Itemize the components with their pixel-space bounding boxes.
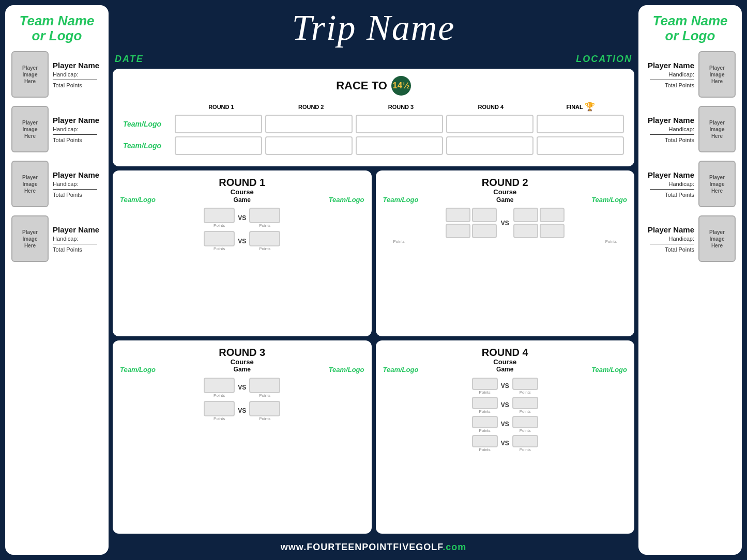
- r1m2-left-points: Points: [214, 246, 225, 251]
- date-location-row: DATE LOCATION: [113, 54, 634, 65]
- left-player-handicap-3: Handicap:: [53, 181, 102, 187]
- r2-left-cell-3[interactable]: [446, 224, 470, 238]
- race-cell-1-3[interactable]: [356, 115, 443, 133]
- race-cell-1-4[interactable]: [446, 115, 533, 133]
- left-player-info-2: Player Name Handicap: Total Points: [53, 116, 102, 143]
- left-player-name-2: Player Name: [53, 116, 102, 125]
- r3m1-left-cell[interactable]: [204, 378, 235, 393]
- r4m2-right: Points: [512, 397, 538, 414]
- r3m1-right-cell[interactable]: [249, 378, 280, 393]
- r3m2-left-cell[interactable]: [204, 401, 235, 416]
- r1m1-left-wrapper: Points: [204, 208, 235, 228]
- race-cell-2-1[interactable]: [175, 136, 262, 155]
- r2-left-side: [446, 208, 497, 238]
- r4m3-left-cell[interactable]: [472, 416, 498, 428]
- r4m1-left-cell[interactable]: [472, 378, 498, 390]
- r2-left-cell-4[interactable]: [472, 224, 497, 238]
- r4m3-left: Points: [472, 416, 498, 433]
- right-player-row-2: PlayerImageHere Player Name Handicap: To…: [645, 106, 736, 152]
- r1m1-left-points: Points: [214, 223, 225, 228]
- right-player-row-1: PlayerImageHere Player Name Handicap: To…: [645, 51, 736, 98]
- left-player-name-3: Player Name: [53, 170, 102, 180]
- r4m4-left-pts: Points: [479, 447, 491, 452]
- r1m1-right-cell[interactable]: [249, 208, 280, 223]
- left-player-name-1: Player Name: [53, 61, 102, 70]
- left-player-handicap-1: Handicap:: [53, 71, 102, 77]
- right-player-name-1: Player Name: [648, 61, 694, 70]
- right-player-image-2: PlayerImageHere: [698, 106, 736, 152]
- race-to-badge-value: 14½: [392, 81, 409, 91]
- footer-sitename: FOURTEENPOINTFIVEGOLF: [307, 542, 443, 552]
- r4m3-vs: VS: [501, 421, 509, 428]
- race-cell-1-1[interactable]: [175, 115, 262, 133]
- r2-right-cell-1[interactable]: [513, 208, 538, 222]
- r4m4-right-cell[interactable]: [512, 435, 538, 447]
- round-3-team-right: Team/Logo: [329, 366, 364, 374]
- right-player-handicap-4: Handicap:: [668, 236, 694, 242]
- r2-right-cell-2[interactable]: [540, 208, 565, 222]
- right-player-total-2: Total Points: [665, 137, 694, 143]
- left-player-row-4: PlayerImageHere Player Name Handicap: To…: [11, 215, 102, 262]
- round-1-teams-row: Team/Logo Game Team/Logo: [120, 196, 364, 204]
- r2-right-side: [513, 208, 565, 238]
- r4m2-right-cell[interactable]: [512, 397, 538, 409]
- right-player-image-4: PlayerImageHere: [698, 215, 736, 262]
- right-player-total-3: Total Points: [665, 192, 694, 198]
- r2-right-cell-3[interactable]: [513, 224, 538, 238]
- round-3-title: ROUND 3: [120, 347, 364, 358]
- left-player-info-4: Player Name Handicap: Total Points: [53, 225, 102, 253]
- race-cell-2-3[interactable]: [356, 136, 443, 155]
- r4m1-right-cell[interactable]: [512, 378, 538, 390]
- right-player-row-4: PlayerImageHere Player Name Handicap: To…: [645, 215, 736, 262]
- round-3-card: ROUND 3 Course Team/Logo Game Team/Logo …: [113, 340, 372, 534]
- right-player-handicap-1: Handicap:: [668, 71, 694, 77]
- trip-title: Trip Name: [113, 7, 634, 49]
- race-cell-1-5[interactable]: [537, 115, 624, 133]
- race-col-header-2: ROUND 2: [268, 104, 355, 110]
- round-1-course: Course: [120, 188, 364, 196]
- r1m1-left-cell[interactable]: [204, 208, 235, 223]
- round-4-teams-row: Team/Logo Game Team/Logo: [383, 366, 628, 374]
- left-player-image-3: PlayerImageHere: [11, 161, 49, 207]
- r4-match-2: Points VS Points: [472, 397, 538, 414]
- round-1-match-2: Points VS Points: [120, 231, 364, 251]
- r2-right-cell-4[interactable]: [540, 224, 565, 238]
- race-cell-2-2[interactable]: [265, 136, 353, 155]
- right-player-row-3: PlayerImageHere Player Name Handicap: To…: [645, 161, 736, 207]
- r2-left-points: Points: [393, 239, 405, 244]
- left-player-divider-2: [53, 134, 97, 135]
- r3m2-right-cell[interactable]: [249, 401, 280, 416]
- r1m2-right-cell[interactable]: [249, 231, 280, 246]
- left-player-info-3: Player Name Handicap: Total Points: [53, 170, 102, 198]
- round-2-course: Course: [383, 188, 628, 196]
- r4m4-right-pts: Points: [520, 447, 531, 452]
- left-player-row-1: PlayerImageHere Player Name Handicap: To…: [11, 51, 102, 98]
- race-cell-2-4[interactable]: [446, 136, 533, 155]
- round-1-match-1: Points VS Points: [120, 208, 364, 228]
- round-3-teams-row: Team/Logo Game Team/Logo: [120, 366, 364, 374]
- round-3-match-1: Points VS Points: [120, 378, 364, 398]
- left-player-divider-3: [53, 189, 97, 190]
- r2-left-cell-1[interactable]: [446, 208, 470, 222]
- r4m3-right-cell[interactable]: [512, 416, 538, 428]
- left-player-handicap-2: Handicap:: [53, 126, 102, 132]
- race-cell-1-2[interactable]: [265, 115, 353, 133]
- r1m2-right-wrapper: Points: [249, 231, 280, 251]
- center-panel: Trip Name DATE LOCATION RACE TO 14½ ROUN…: [113, 5, 634, 555]
- r4m1-left-pts: Points: [479, 390, 491, 395]
- date-label: DATE: [115, 54, 144, 65]
- right-player-handicap-2: Handicap:: [668, 126, 694, 132]
- r1m2-right-points: Points: [259, 246, 270, 251]
- round-3-game: Game: [234, 366, 251, 373]
- round-4-title: ROUND 4: [383, 347, 628, 358]
- race-cell-2-5[interactable]: [537, 136, 624, 155]
- r4m4-left-cell[interactable]: [472, 435, 498, 447]
- race-team-2: Team/Logo: [123, 142, 172, 150]
- r1m2-left-cell[interactable]: [204, 231, 235, 246]
- footer-dotcom: .com: [443, 542, 466, 552]
- left-player-info-1: Player Name Handicap: Total Points: [53, 61, 102, 88]
- r2-left-cell-2[interactable]: [472, 208, 497, 222]
- r4m2-left-cell[interactable]: [472, 397, 498, 409]
- left-player-total-3: Total Points: [53, 192, 102, 198]
- race-to-card: RACE TO 14½ ROUND 1 ROUND 2 ROUND 3 ROUN…: [113, 69, 634, 166]
